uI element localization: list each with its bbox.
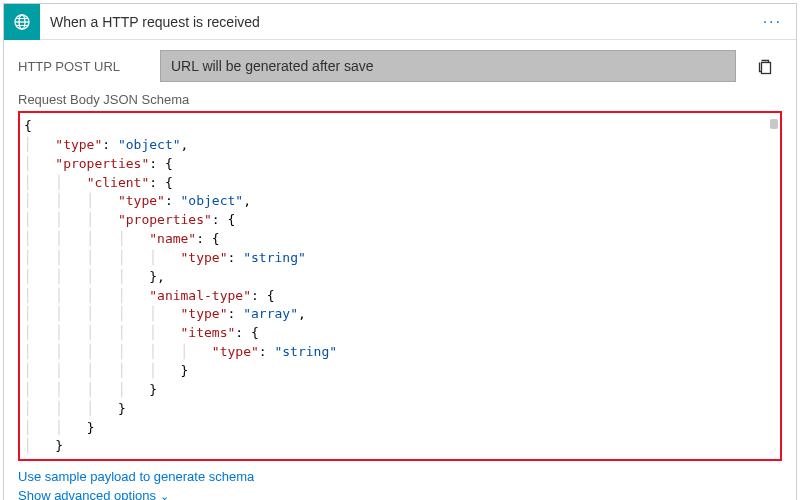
- code-line: │ │ │ │ │ "items": {: [24, 324, 774, 343]
- chevron-down-icon: ⌄: [160, 490, 169, 500]
- code-line: │ │ }: [24, 419, 774, 438]
- code-line: │ │ "client": {: [24, 174, 774, 193]
- code-line: │ │ │ │ │ }: [24, 362, 774, 381]
- code-line: }: [24, 456, 774, 461]
- code-line: │ "type": "object",: [24, 136, 774, 155]
- code-line: │ │ │ │ │ "type": "string": [24, 249, 774, 268]
- trigger-card: When a HTTP request is received ··· HTTP…: [3, 3, 797, 500]
- post-url-row: HTTP POST URL URL will be generated afte…: [18, 50, 782, 82]
- code-line: │ │ │ }: [24, 400, 774, 419]
- code-line: │ │ │ │ }: [24, 381, 774, 400]
- svg-rect-5: [762, 63, 771, 74]
- http-request-icon: [4, 4, 40, 40]
- code-line: │ │ │ │ "name": {: [24, 230, 774, 249]
- copy-url-button[interactable]: [748, 50, 782, 82]
- card-title: When a HTTP request is received: [40, 14, 749, 30]
- more-options-button[interactable]: ···: [749, 13, 796, 31]
- code-line: │ │ │ │ "animal-type": {: [24, 287, 774, 306]
- scrollbar-thumb[interactable]: [770, 119, 778, 129]
- card-body: HTTP POST URL URL will be generated afte…: [4, 40, 796, 500]
- advanced-options-label: Show advanced options: [18, 488, 156, 500]
- code-line: │ "properties": {: [24, 155, 774, 174]
- post-url-label: HTTP POST URL: [18, 59, 148, 74]
- show-advanced-options-link[interactable]: Show advanced options⌄: [18, 486, 782, 500]
- code-line: {: [24, 117, 774, 136]
- code-line: │ │ │ "type": "object",: [24, 192, 774, 211]
- code-line: │ │ │ │ │ │ "type": "string": [24, 343, 774, 362]
- footer-links: Use sample payload to generate schema Sh…: [18, 467, 782, 500]
- code-line: │ │ │ "properties": {: [24, 211, 774, 230]
- schema-editor[interactable]: {│ "type": "object",│ "properties": {│ │…: [18, 111, 782, 461]
- code-line: │ }: [24, 437, 774, 456]
- card-header[interactable]: When a HTTP request is received ···: [4, 4, 796, 40]
- code-line: │ │ │ │ },: [24, 268, 774, 287]
- copy-icon: [756, 57, 774, 75]
- schema-label: Request Body JSON Schema: [18, 92, 782, 107]
- use-sample-payload-link[interactable]: Use sample payload to generate schema: [18, 467, 782, 486]
- post-url-field: URL will be generated after save: [160, 50, 736, 82]
- code-line: │ │ │ │ │ "type": "array",: [24, 305, 774, 324]
